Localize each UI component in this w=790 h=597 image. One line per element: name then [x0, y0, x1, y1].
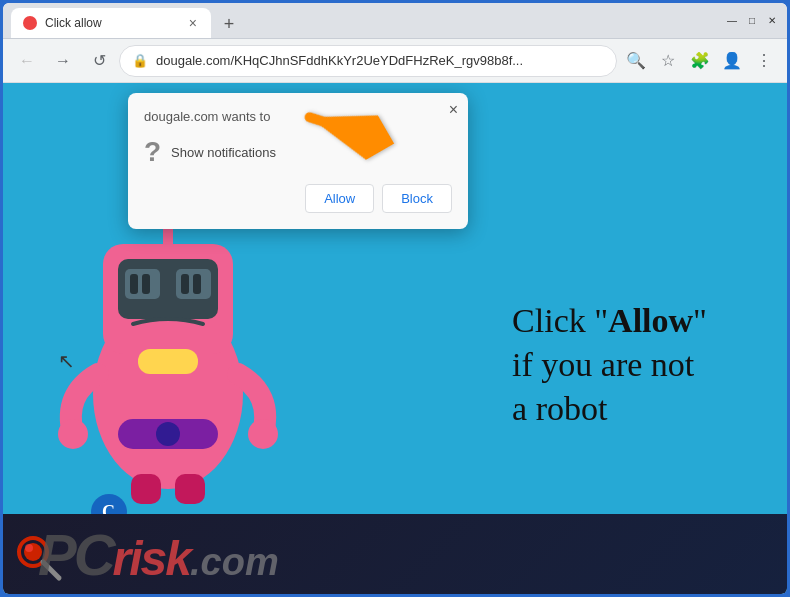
pcrisk-dotcom: .com	[190, 541, 279, 584]
popup-close-button[interactable]: ×	[449, 101, 458, 119]
popup-notif-label: Show notifications	[171, 145, 276, 160]
menu-icon-button[interactable]: ⋮	[749, 46, 779, 76]
lock-icon: 🔒	[132, 53, 148, 68]
page-text-line1: Click "Allow"	[512, 299, 707, 343]
bookmark-icon-button[interactable]: ☆	[653, 46, 683, 76]
tab-strip: Click allow × +	[11, 3, 717, 38]
popup-question-icon: ?	[144, 136, 161, 168]
window-controls: — □ ✕	[725, 14, 779, 28]
svg-rect-13	[138, 349, 198, 374]
pcrisk-watermark: PC risk .com	[3, 514, 787, 594]
page-text-line2: if you are not	[512, 343, 707, 387]
svg-rect-6	[130, 274, 138, 294]
svg-rect-19	[175, 474, 205, 504]
page-text-block: Click "Allow" if you are not a robot	[512, 299, 707, 432]
toolbar: ← → ↺ 🔒 dougale.com/KHqCJhnSFddhKkYr2UeY…	[3, 39, 787, 83]
title-bar: Click allow × + — □ ✕	[3, 3, 787, 39]
tab-title: Click allow	[45, 16, 179, 30]
tab-favicon	[23, 16, 37, 30]
page-text-line3: a robot	[512, 387, 707, 431]
svg-rect-9	[181, 274, 189, 294]
svg-point-22	[25, 544, 33, 552]
address-bar[interactable]: 🔒 dougale.com/KHqCJhnSFddhKkYr2UeYDdFHzR…	[119, 45, 617, 77]
toolbar-icons: 🔍 ☆ 🧩 👤 ⋮	[621, 46, 779, 76]
new-tab-button[interactable]: +	[215, 10, 243, 38]
search-icon-button[interactable]: 🔍	[621, 46, 651, 76]
popup-notification-row: ? Show notifications	[144, 136, 452, 168]
svg-rect-7	[142, 274, 150, 294]
tab-close-button[interactable]: ×	[187, 14, 199, 32]
block-button[interactable]: Block	[382, 184, 452, 213]
mouse-cursor: ↖	[58, 349, 75, 373]
svg-point-17	[156, 422, 180, 446]
pcrisk-text-group: PC risk .com	[38, 521, 279, 588]
refresh-button[interactable]: ↺	[83, 45, 115, 77]
svg-rect-10	[193, 274, 201, 294]
profile-icon-button[interactable]: 👤	[717, 46, 747, 76]
extensions-icon-button[interactable]: 🧩	[685, 46, 715, 76]
browser-window: Click allow × + — □ ✕ ← → ↺ 🔒 dougale.co…	[3, 3, 787, 594]
url-text: dougale.com/KHqCJhnSFddhKkYr2UeYDdFHzReK…	[156, 53, 604, 68]
title-right: — □ ✕	[717, 14, 779, 28]
pcrisk-pc: PC	[38, 521, 113, 588]
svg-line-1	[310, 92, 381, 165]
close-button[interactable]: ✕	[765, 14, 779, 28]
back-button[interactable]: ←	[11, 45, 43, 77]
page-content: × dougale.com wants to ? Show notificati…	[3, 83, 787, 594]
forward-button[interactable]: →	[47, 45, 79, 77]
svg-point-15	[248, 419, 278, 449]
active-tab[interactable]: Click allow ×	[11, 8, 211, 38]
pcrisk-risk: risk	[113, 531, 190, 586]
maximize-button[interactable]: □	[745, 14, 759, 28]
minimize-button[interactable]: —	[725, 14, 739, 28]
svg-point-14	[58, 419, 88, 449]
popup-buttons: Allow Block	[144, 184, 452, 213]
